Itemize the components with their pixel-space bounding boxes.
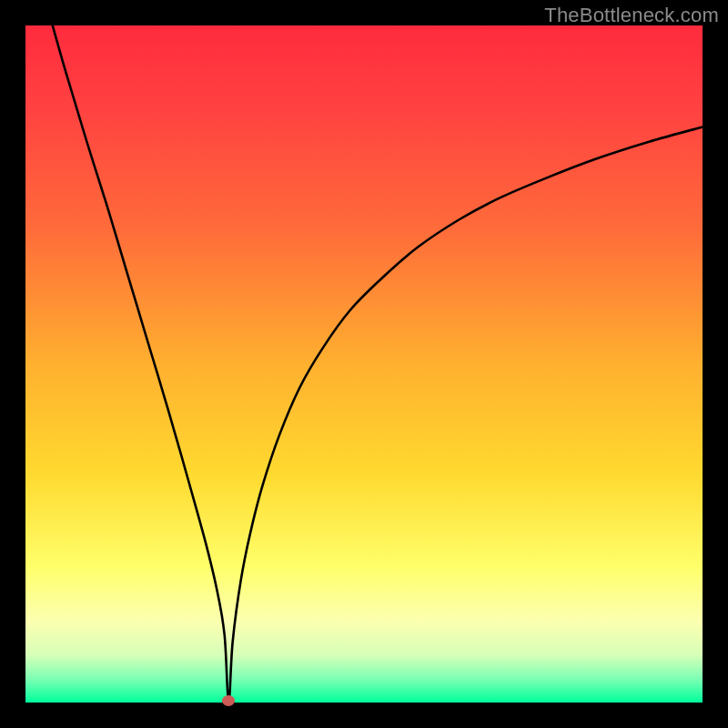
minimum-marker (222, 695, 235, 706)
bottleneck-curve (25, 25, 703, 703)
attribution-text: TheBottleneck.com (544, 4, 719, 27)
chart-frame (25, 25, 703, 703)
curve-path (53, 25, 703, 703)
